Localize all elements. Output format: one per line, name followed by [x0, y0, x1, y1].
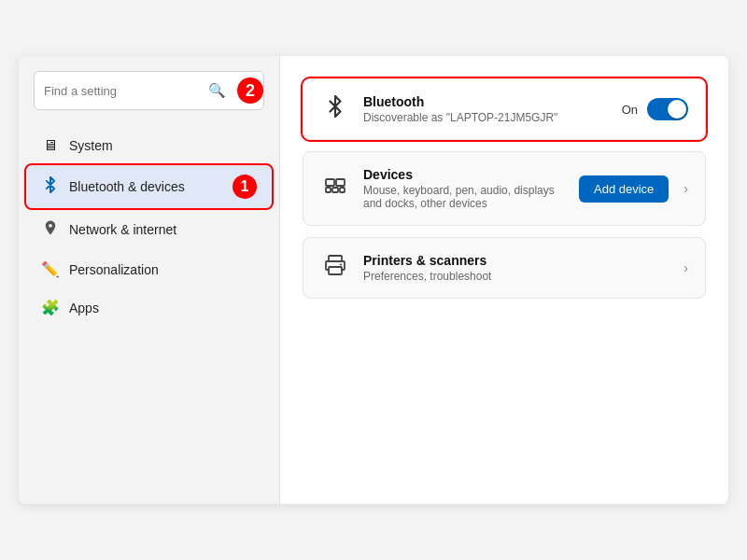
sidebar: 🔍 2 🖥 System Bluetooth & devices 1 Net: [19, 56, 280, 504]
sidebar-item-network[interactable]: Network & internet: [26, 210, 272, 249]
sidebar-item-personalization[interactable]: ✏️ Personalization: [26, 251, 272, 287]
devices-card-subtitle: Mouse, keyboard, pen, audio, displays an…: [363, 184, 566, 210]
sidebar-item-system[interactable]: 🖥 System: [26, 128, 272, 163]
chevron-right-icon: ›: [684, 260, 688, 275]
bluetooth-toggle[interactable]: [647, 98, 688, 120]
apps-icon: 🧩: [41, 299, 60, 316]
system-icon: 🖥: [41, 137, 60, 154]
bluetooth-card: Bluetooth Discoverable as "LAPTOP-21JM5G…: [303, 78, 706, 140]
printers-card-title: Printers & scanners: [363, 253, 665, 268]
svg-rect-3: [332, 188, 338, 192]
printers-card-subtitle: Preferences, troubleshoot: [363, 270, 665, 283]
sidebar-item-label: Apps: [69, 301, 257, 315]
chevron-right-icon: ›: [684, 181, 688, 196]
sidebar-item-label: Network & internet: [69, 222, 257, 237]
search-box[interactable]: 🔍 2: [34, 71, 264, 110]
network-icon: [41, 219, 60, 240]
toggle-thumb: [668, 100, 686, 119]
sidebar-item-label: Bluetooth & devices: [69, 179, 219, 194]
printers-card[interactable]: Printers & scanners Preferences, trouble…: [303, 237, 706, 299]
bluetooth-card-text: Bluetooth Discoverable as "LAPTOP-21JM5G…: [363, 94, 609, 124]
main-content: Bluetooth Discoverable as "LAPTOP-21JM5G…: [280, 56, 728, 504]
sidebar-item-label: Personalization: [69, 262, 257, 277]
svg-rect-4: [340, 188, 345, 192]
svg-point-7: [340, 264, 342, 266]
bluetooth-card-icon: [320, 95, 350, 123]
bluetooth-card-title: Bluetooth: [363, 94, 609, 109]
svg-rect-2: [326, 188, 331, 192]
printer-card-icon: [320, 254, 350, 282]
svg-rect-0: [326, 179, 334, 186]
devices-card-icon: [320, 175, 350, 203]
add-device-button[interactable]: Add device: [579, 175, 669, 203]
svg-rect-1: [336, 179, 345, 186]
bluetooth-icon: [41, 176, 60, 197]
printers-card-text: Printers & scanners Preferences, trouble…: [363, 253, 665, 283]
bluetooth-toggle-action: On: [622, 98, 688, 120]
search-icon: 🔍: [208, 82, 226, 99]
toggle-track: [647, 98, 688, 120]
svg-rect-6: [329, 267, 342, 274]
step1-badge: 1: [233, 175, 257, 199]
search-input[interactable]: [44, 84, 201, 98]
step2-badge: 2: [237, 77, 263, 104]
devices-card-title: Devices: [363, 167, 566, 182]
devices-card: Devices Mouse, keyboard, pen, audio, dis…: [303, 151, 706, 226]
personalization-icon: ✏️: [41, 260, 60, 278]
bluetooth-card-subtitle: Discoverable as "LAPTOP-21JM5GJR": [363, 111, 609, 124]
sidebar-item-apps[interactable]: 🧩 Apps: [26, 289, 272, 326]
svg-rect-5: [329, 256, 342, 261]
printers-card-action: ›: [678, 260, 688, 275]
sidebar-item-label: System: [69, 138, 257, 153]
sidebar-item-bluetooth[interactable]: Bluetooth & devices 1: [26, 165, 272, 208]
devices-card-action: Add device ›: [579, 175, 688, 203]
devices-card-text: Devices Mouse, keyboard, pen, audio, dis…: [363, 167, 566, 210]
bluetooth-toggle-label: On: [622, 103, 638, 117]
settings-window: 🔍 2 🖥 System Bluetooth & devices 1 Net: [19, 56, 728, 504]
